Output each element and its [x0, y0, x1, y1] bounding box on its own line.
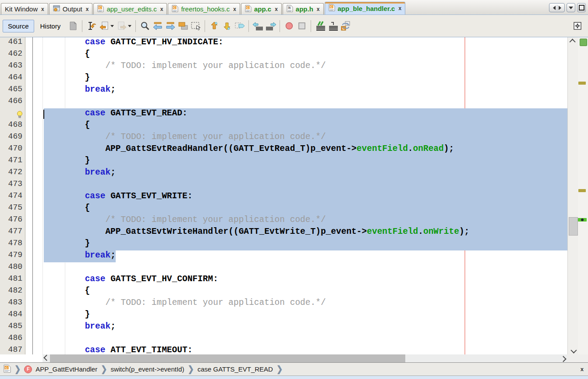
- previous-bookmark-icon[interactable]: [208, 20, 220, 32]
- shift-line-left-icon[interactable]: [252, 20, 264, 32]
- next-occurrence-icon[interactable]: [164, 20, 176, 32]
- next-bookmark-icon[interactable]: [221, 20, 233, 32]
- toggle-bookmark-icon[interactable]: [234, 20, 245, 32]
- code-line[interactable]: break;: [44, 250, 116, 262]
- line-number[interactable]: 477: [8, 227, 22, 239]
- scroll-left-icon[interactable]: [43, 354, 50, 362]
- code-line[interactable]: {: [44, 203, 90, 215]
- line-number[interactable]: 469: [8, 132, 22, 144]
- tab-app-c[interactable]: C app.c x: [241, 3, 282, 14]
- line-number[interactable]: 487: [8, 345, 22, 354]
- line-number[interactable]: 468: [8, 120, 22, 132]
- line-number[interactable]: 483: [8, 298, 22, 310]
- line-number[interactable]: 471: [8, 156, 22, 168]
- scroll-up-icon[interactable]: [568, 37, 578, 45]
- line-number[interactable]: 479: [8, 250, 22, 262]
- close-icon[interactable]: x: [398, 5, 401, 11]
- previous-occurrence-icon[interactable]: [152, 20, 163, 32]
- line-number[interactable]: 462: [8, 49, 22, 61]
- code-line[interactable]: /* TODO: implement your application code…: [44, 132, 326, 144]
- breadcrumb-item-switch[interactable]: switch(p_event->eventId): [110, 365, 184, 373]
- code-line[interactable]: }: [44, 239, 90, 250]
- line-number[interactable]: 461: [8, 37, 22, 49]
- breadcrumb-item-function[interactable]: APP_GattEvtHandler: [35, 365, 97, 373]
- line-number[interactable]: 481: [8, 274, 22, 286]
- maximize-window-button[interactable]: [577, 3, 586, 12]
- comment-icon[interactable]: [314, 20, 326, 32]
- code-line[interactable]: {: [44, 120, 90, 132]
- stop-macro-icon[interactable]: [296, 20, 308, 32]
- code-line[interactable]: case GATTS_EVT_WRITE:: [44, 191, 192, 203]
- uncomment-icon[interactable]: [327, 20, 339, 32]
- forward-icon[interactable]: [116, 20, 128, 32]
- horizontal-scrollbar[interactable]: [43, 354, 567, 362]
- jump-last-edit-icon[interactable]: [85, 20, 97, 32]
- line-number[interactable]: 482: [8, 286, 22, 298]
- close-icon[interactable]: x: [581, 366, 584, 372]
- close-icon[interactable]: x: [160, 6, 163, 12]
- line-number[interactable]: 474: [8, 191, 22, 203]
- split-document-icon[interactable]: [571, 20, 583, 32]
- tab-freertos-hooks-c[interactable]: C freertos_hooks.c x: [168, 3, 240, 14]
- scroll-tabs-right-icon[interactable]: [559, 6, 561, 10]
- line-number[interactable]: 485: [8, 322, 22, 333]
- tab-kit-window[interactable]: Kit Window x: [1, 3, 48, 14]
- code-line[interactable]: case GATTC_EVT_HV_INDICATE:: [44, 37, 223, 49]
- warning-stripe-mark[interactable]: [578, 189, 586, 192]
- code-line[interactable]: break;: [44, 168, 116, 179]
- scroll-right-icon[interactable]: [560, 354, 567, 362]
- scroll-tabs-left-icon[interactable]: [553, 6, 556, 10]
- code-line[interactable]: case ATT_EVT_TIMEOUT:: [44, 345, 192, 354]
- source-view-button[interactable]: Source: [3, 20, 34, 32]
- shift-line-right-icon[interactable]: [265, 20, 276, 32]
- code-line[interactable]: {: [44, 286, 90, 298]
- warning-stripe-mark[interactable]: [578, 82, 586, 85]
- diff-view-icon[interactable]: [67, 20, 79, 32]
- vertical-scrollbar-thumb[interactable]: [569, 217, 578, 236]
- c-file-icon[interactable]: C: [4, 365, 11, 374]
- history-view-button[interactable]: History: [35, 20, 66, 32]
- code-line[interactable]: break;: [44, 322, 116, 333]
- close-icon[interactable]: x: [317, 6, 320, 12]
- code-line[interactable]: APP_GattSEvtReadHandler((GATT_EvtRead_T)…: [44, 144, 454, 156]
- line-number[interactable]: 470: [8, 144, 22, 156]
- line-number[interactable]: 466: [8, 97, 22, 108]
- line-number[interactable]: 473: [8, 179, 22, 191]
- line-number[interactable]: 464: [8, 73, 22, 85]
- code-line[interactable]: break;: [44, 85, 116, 97]
- tab-app-h[interactable]: h app.h x: [283, 3, 324, 14]
- code-line[interactable]: case GATTS_EVT_READ:: [44, 108, 188, 120]
- scroll-down-icon[interactable]: [568, 347, 578, 354]
- close-icon[interactable]: x: [233, 6, 236, 12]
- line-number[interactable]: 480: [8, 262, 22, 274]
- rectangular-selection-icon[interactable]: [190, 20, 202, 32]
- code-line[interactable]: case GATTS_EVT_HV_CONFIRM:: [44, 274, 218, 286]
- code-line[interactable]: }: [44, 156, 90, 168]
- line-number[interactable]: 484: [8, 310, 22, 322]
- back-dropdown-icon[interactable]: [110, 25, 114, 27]
- tab-list-dropdown-button[interactable]: [567, 3, 575, 12]
- forward-dropdown-icon[interactable]: [128, 25, 131, 27]
- no-errors-badge[interactable]: [580, 39, 587, 46]
- line-number[interactable]: 475: [8, 203, 22, 215]
- code-line[interactable]: /* TODO: implement your application code…: [44, 298, 326, 310]
- close-icon[interactable]: x: [86, 6, 89, 12]
- code-text-area[interactable]: case GATTC_EVT_HV_INDICATE: { /* TODO: i…: [43, 37, 567, 354]
- vertical-scrollbar[interactable]: [567, 37, 578, 354]
- code-line[interactable]: /* TODO: implement your application code…: [44, 61, 326, 73]
- close-icon[interactable]: x: [275, 6, 278, 12]
- code-line[interactable]: {: [44, 49, 90, 61]
- tab-output[interactable]: Output x: [49, 3, 93, 14]
- tab-app-user-edits-c[interactable]: C app_user_edits.c x: [93, 3, 167, 14]
- hint-lightbulb-icon[interactable]: [16, 108, 23, 120]
- back-icon[interactable]: [98, 20, 110, 32]
- line-number[interactable]: 465: [8, 85, 22, 97]
- current-position-stripe-mark[interactable]: [578, 218, 587, 222]
- toggle-header-source-icon[interactable]: hC: [340, 20, 351, 32]
- code-line[interactable]: }: [44, 73, 90, 85]
- close-icon[interactable]: x: [41, 6, 44, 12]
- code-line[interactable]: APP_GattSEvtWriteHandler((GATT_EvtWrite_…: [44, 227, 469, 239]
- tab-app-ble-handler-c[interactable]: C app_ble_handler.c x: [325, 2, 406, 14]
- line-number-gutter[interactable]: 4614624634644654664684694704714724734744…: [0, 37, 25, 354]
- breadcrumb-item-case[interactable]: case GATTS_EVT_READ: [198, 365, 273, 373]
